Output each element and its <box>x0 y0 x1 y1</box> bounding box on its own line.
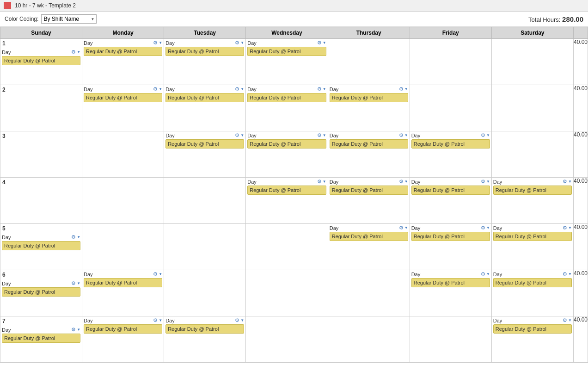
day-cell-w7-d2[interactable]: Day⚙▼Regular Duty @ Patrol <box>164 316 246 363</box>
gear-icon[interactable]: ⚙ <box>153 86 158 92</box>
shift-block-w2-d2[interactable]: Regular Duty @ Patrol <box>165 93 244 102</box>
shift-action-icons-w3-d5[interactable]: ⚙▼ <box>481 132 490 138</box>
gear-icon[interactable]: ⚙ <box>71 49 76 55</box>
day-cell-w3-d1[interactable] <box>82 131 164 178</box>
dropdown-arrow-icon[interactable]: ▼ <box>240 87 244 91</box>
gear-icon[interactable]: ⚙ <box>481 225 485 231</box>
shift-block-w1-d2[interactable]: Regular Duty @ Patrol <box>165 47 244 56</box>
dropdown-arrow-icon[interactable]: ▼ <box>159 41 162 45</box>
gear-icon[interactable]: ⚙ <box>153 317 158 323</box>
shift-block-w6-d1[interactable]: Regular Duty @ Patrol <box>84 278 162 287</box>
day-cell-w7-d4[interactable] <box>328 316 410 363</box>
shift-block-w2-d1[interactable]: Regular Duty @ Patrol <box>84 93 162 102</box>
gear-icon[interactable]: ⚙ <box>399 225 404 231</box>
shift-action-icons-w1-d0[interactable]: ⚙▼ <box>71 49 80 55</box>
dropdown-arrow-icon[interactable]: ▼ <box>568 226 572 230</box>
gear-icon[interactable]: ⚙ <box>235 40 239 46</box>
day-cell-w3-d5[interactable]: Day⚙▼Regular Duty @ Patrol <box>410 131 491 178</box>
day-cell-w2-d5[interactable] <box>410 85 491 131</box>
shift-block-w7-d0[interactable]: Regular Duty @ Patrol <box>2 334 80 343</box>
day-cell-w3-d4[interactable]: Day⚙▼Regular Duty @ Patrol <box>328 131 410 178</box>
shift-block-w4-d5[interactable]: Regular Duty @ Patrol <box>411 186 490 195</box>
day-cell-w2-d3[interactable]: Day⚙▼Regular Duty @ Patrol <box>246 85 328 131</box>
gear-icon[interactable]: ⚙ <box>481 271 485 277</box>
dropdown-arrow-icon[interactable]: ▼ <box>323 87 326 91</box>
dropdown-arrow-icon[interactable]: ▼ <box>404 87 408 91</box>
day-cell-w4-d0[interactable]: 4 <box>0 178 82 224</box>
dropdown-arrow-icon[interactable]: ▼ <box>159 272 162 276</box>
day-cell-w5-d5[interactable]: Day⚙▼Regular Duty @ Patrol <box>410 224 491 270</box>
shift-action-icons-w5-d0[interactable]: ⚙▼ <box>71 234 80 240</box>
gear-icon[interactable]: ⚙ <box>235 86 239 92</box>
shift-action-icons-w7-d6[interactable]: ⚙▼ <box>563 317 572 323</box>
day-cell-w5-d2[interactable] <box>164 224 246 270</box>
day-cell-w7-d1[interactable]: Day⚙▼Regular Duty @ Patrol <box>82 316 164 363</box>
dropdown-arrow-icon[interactable]: ▼ <box>486 133 490 137</box>
day-cell-w4-d6[interactable]: Day⚙▼Regular Duty @ Patrol <box>491 178 573 224</box>
day-cell-w4-d3[interactable]: Day⚙▼Regular Duty @ Patrol <box>246 178 328 224</box>
shift-action-icons-w6-d5[interactable]: ⚙▼ <box>481 271 490 277</box>
dropdown-arrow-icon[interactable]: ▼ <box>159 318 162 322</box>
shift-block-w1-d1[interactable]: Regular Duty @ Patrol <box>84 47 162 56</box>
day-cell-w5-d3[interactable] <box>246 224 328 270</box>
day-cell-w1-d1[interactable]: Day⚙▼Regular Duty @ Patrol <box>82 39 164 85</box>
shift-action-icons-w7-d2[interactable]: ⚙▼ <box>235 317 244 323</box>
shift-block-w3-d5[interactable]: Regular Duty @ Patrol <box>411 139 490 149</box>
day-cell-w1-d6[interactable] <box>491 39 573 85</box>
dropdown-arrow-icon[interactable]: ▼ <box>77 281 80 285</box>
dropdown-arrow-icon[interactable]: ▼ <box>323 41 326 45</box>
shift-block-w5-d0[interactable]: Regular Duty @ Patrol <box>2 241 80 250</box>
shift-block-w2-d4[interactable]: Regular Duty @ Patrol <box>330 93 408 102</box>
shift-action-icons-w2-d3[interactable]: ⚙▼ <box>317 86 326 92</box>
gear-icon[interactable]: ⚙ <box>71 280 76 286</box>
dropdown-arrow-icon[interactable]: ▼ <box>240 41 244 45</box>
day-cell-w2-d1[interactable]: Day⚙▼Regular Duty @ Patrol <box>82 85 164 131</box>
shift-block-w4-d6[interactable]: Regular Duty @ Patrol <box>493 186 572 195</box>
gear-icon[interactable]: ⚙ <box>71 234 76 240</box>
shift-block-w5-d5[interactable]: Regular Duty @ Patrol <box>411 232 490 241</box>
day-cell-w4-d2[interactable] <box>164 178 246 224</box>
gear-icon[interactable]: ⚙ <box>399 86 404 92</box>
shift-action-icons-w1-d2[interactable]: ⚙▼ <box>235 40 244 46</box>
dropdown-arrow-icon[interactable]: ▼ <box>240 318 244 322</box>
shift-block-w1-d0[interactable]: Regular Duty @ Patrol <box>2 56 80 65</box>
gear-icon[interactable]: ⚙ <box>563 317 567 323</box>
dropdown-arrow-icon[interactable]: ▼ <box>486 272 490 276</box>
day-cell-w5-d0[interactable]: 5Day⚙▼Regular Duty @ Patrol <box>0 224 82 270</box>
shift-action-icons-w3-d3[interactable]: ⚙▼ <box>317 132 326 138</box>
shift-action-icons-w3-d4[interactable]: ⚙▼ <box>399 132 408 138</box>
gear-icon[interactable]: ⚙ <box>563 225 567 231</box>
day-cell-w5-d6[interactable]: Day⚙▼Regular Duty @ Patrol <box>491 224 573 270</box>
day-cell-w5-d4[interactable]: Day⚙▼Regular Duty @ Patrol <box>328 224 410 270</box>
day-cell-w7-d6[interactable]: Day⚙▼Regular Duty @ Patrol <box>491 316 573 363</box>
shift-action-icons-w2-d1[interactable]: ⚙▼ <box>153 86 162 92</box>
shift-block-w7-d1[interactable]: Regular Duty @ Patrol <box>84 324 162 334</box>
dropdown-arrow-icon[interactable]: ▼ <box>240 133 244 137</box>
dropdown-arrow-icon[interactable]: ▼ <box>323 133 326 137</box>
day-cell-w6-d3[interactable] <box>246 270 328 316</box>
day-cell-w2-d2[interactable]: Day⚙▼Regular Duty @ Patrol <box>164 85 246 131</box>
day-cell-w4-d5[interactable]: Day⚙▼Regular Duty @ Patrol <box>410 178 491 224</box>
gear-icon[interactable]: ⚙ <box>317 40 322 46</box>
day-cell-w3-d3[interactable]: Day⚙▼Regular Duty @ Patrol <box>246 131 328 178</box>
day-cell-w2-d0[interactable]: 2 <box>0 85 82 131</box>
shift-block-w4-d3[interactable]: Regular Duty @ Patrol <box>247 186 326 195</box>
day-cell-w1-d5[interactable] <box>410 39 491 85</box>
shift-action-icons-w3-d2[interactable]: ⚙▼ <box>235 132 244 138</box>
shift-action-icons-w6-d1[interactable]: ⚙▼ <box>153 271 162 277</box>
shift-block-w5-d4[interactable]: Regular Duty @ Patrol <box>330 232 408 241</box>
shift-action-icons-w5-d6[interactable]: ⚙▼ <box>563 225 572 231</box>
shift-action-icons-w1-d3[interactable]: ⚙▼ <box>317 40 326 46</box>
color-coding-select[interactable]: By Shift Name By Position By Employee <box>41 14 97 24</box>
shift-action-icons-w4-d3[interactable]: ⚙▼ <box>317 179 326 185</box>
color-coding-select-wrapper[interactable]: By Shift Name By Position By Employee <box>41 14 97 24</box>
shift-block-w2-d3[interactable]: Regular Duty @ Patrol <box>247 93 326 102</box>
gear-icon[interactable]: ⚙ <box>563 271 567 277</box>
shift-action-icons-w5-d4[interactable]: ⚙▼ <box>399 225 408 231</box>
day-cell-w7-d5[interactable] <box>410 316 491 363</box>
day-cell-w1-d0[interactable]: 1Day⚙▼Regular Duty @ Patrol <box>0 39 82 85</box>
shift-block-w5-d6[interactable]: Regular Duty @ Patrol <box>493 232 572 241</box>
shift-action-icons-w1-d1[interactable]: ⚙▼ <box>153 40 162 46</box>
dropdown-arrow-icon[interactable]: ▼ <box>159 87 162 91</box>
shift-block-w6-d6[interactable]: Regular Duty @ Patrol <box>493 278 572 287</box>
